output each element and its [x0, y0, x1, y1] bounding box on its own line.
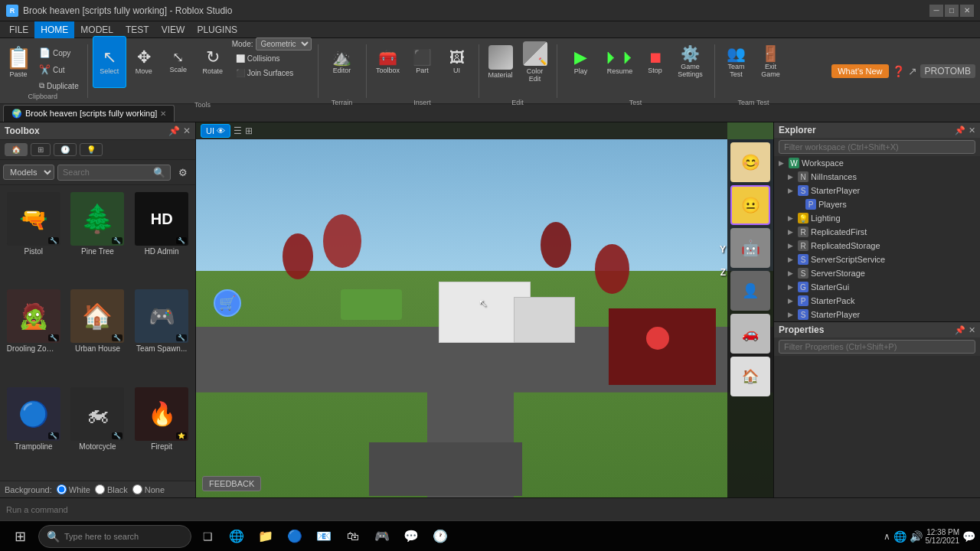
taskbar-explorer[interactable]: 📁	[253, 523, 279, 549]
tree-arrow[interactable]: ▶	[788, 269, 795, 277]
asset-pine-tree[interactable]: 🌲 🔧 Pine Tree	[67, 188, 129, 282]
category-dropdown[interactable]: Models Decals Audio Plugins	[3, 165, 54, 180]
asset-firepit[interactable]: 🔥 ⭐ Firepit	[131, 383, 192, 478]
asset-motorcycle[interactable]: 🏍 🔧 Motorcycle	[67, 383, 129, 478]
tree-server-storage[interactable]: ▶ S ServerStorage	[774, 266, 980, 280]
share-icon[interactable]: ↗	[908, 65, 917, 77]
taskbar-mail[interactable]: 📧	[311, 523, 337, 549]
search-input[interactable]	[63, 168, 153, 177]
tree-arrow[interactable]: ▶	[788, 311, 795, 318]
tree-players[interactable]: P Players	[774, 197, 980, 211]
viewport-icon1[interactable]: ☰	[234, 126, 242, 136]
tree-server-script[interactable]: ▶ S ServerScriptService	[774, 253, 980, 266]
toolbox-tab-grid[interactable]: ⊞	[31, 143, 51, 156]
close-button[interactable]: ✕	[960, 5, 974, 17]
asset-trampoline[interactable]: 🔵 🔧 Trampoline	[3, 383, 64, 478]
asset-pistol[interactable]: 🔫 🔧 Pistol	[3, 188, 64, 282]
material-button[interactable]: Material	[484, 36, 518, 88]
bg-white-option[interactable]: White	[57, 484, 90, 494]
scale-button[interactable]: ⤡ Scale	[162, 36, 195, 88]
toolbox-close-icon[interactable]: ✕	[183, 126, 191, 136]
tree-arrow[interactable]: ▶	[788, 297, 795, 305]
command-input[interactable]	[6, 505, 974, 514]
taskbar-clock-app[interactable]: 🕐	[427, 523, 453, 549]
menu-home[interactable]: HOME	[34, 21, 74, 38]
properties-filter-input[interactable]	[779, 340, 975, 354]
tree-replicated-first[interactable]: ▶ R ReplicatedFirst	[774, 225, 980, 239]
menu-file[interactable]: FILE	[3, 21, 34, 38]
tree-lighting[interactable]: ▶ 💡 Lighting	[774, 211, 980, 225]
taskbar-edge[interactable]: 🌐	[224, 523, 250, 549]
tree-starter-pack[interactable]: ▶ P StarterPack	[774, 294, 980, 308]
asset-urban-house[interactable]: 🏠 🔧 Urban House	[67, 285, 129, 380]
resume-button[interactable]: ⏵⏵ Resume	[601, 36, 639, 88]
protomb-button[interactable]: PROTOMB	[920, 64, 975, 78]
avatar-1[interactable]: 😊	[730, 142, 770, 182]
properties-pin-icon[interactable]: 📌	[955, 325, 965, 335]
asset-team-spawn[interactable]: 🎮 🔧 Team Spawn...	[131, 285, 192, 380]
avatar-5[interactable]: 🚗	[730, 314, 770, 354]
rotate-button[interactable]: ↻ Rotate	[196, 36, 230, 88]
avatar-6[interactable]: 🏠	[730, 357, 770, 396]
asset-hd-admin[interactable]: HD 🔧 HD Admin	[131, 188, 192, 282]
mode-select[interactable]: Geometric	[256, 37, 312, 51]
asset-zombie[interactable]: 🧟 🔧 Drooling Zombie...	[3, 285, 64, 380]
game-settings-button[interactable]: ⚙️ Game Settings	[671, 36, 710, 88]
tree-arrow[interactable]: ▶	[788, 214, 795, 222]
taskbar-store[interactable]: 🛍	[340, 523, 366, 549]
play-button[interactable]: ▶ Play	[562, 36, 600, 88]
avatar-3[interactable]: 🤖	[730, 228, 770, 268]
minimize-button[interactable]: ─	[929, 5, 943, 17]
properties-close-icon[interactable]: ✕	[969, 325, 975, 335]
tree-replicated-storage[interactable]: ▶ R ReplicatedStorage	[774, 239, 980, 253]
bg-black-option[interactable]: Black	[95, 484, 128, 494]
join-surfaces-button[interactable]: ⬛ Join Surfaces	[232, 67, 312, 80]
editor-button[interactable]: ⛰️ Editor	[323, 36, 361, 88]
search-bar[interactable]: 🔍	[57, 165, 171, 181]
toolbox-button[interactable]: 🧰 Toolbox	[371, 36, 405, 88]
team-test-button[interactable]: 👥 Team Test	[720, 36, 753, 88]
toolbox-tab-recent[interactable]: 🕐	[54, 143, 77, 156]
explorer-filter-input[interactable]	[779, 140, 975, 154]
toolbox-pin-icon[interactable]: 📌	[168, 126, 180, 136]
bg-none-option[interactable]: None	[132, 484, 165, 494]
avatar-4[interactable]: 👤	[730, 271, 770, 311]
tree-arrow[interactable]: ▶	[788, 173, 795, 181]
exit-game-button[interactable]: 🚪 Exit Game	[754, 36, 788, 88]
ui-toggle-button[interactable]: UI 👁	[201, 124, 230, 138]
viewport-icon2[interactable]: ⊞	[245, 126, 253, 136]
tree-arrow[interactable]: ▶	[788, 228, 795, 236]
maximize-button[interactable]: □	[945, 5, 959, 17]
paste-button[interactable]: 📋 Paste	[3, 42, 34, 80]
tree-starter-player-2[interactable]: ▶ S StarterPlayer	[774, 308, 980, 321]
titlebar-controls[interactable]: ─ □ ✕	[929, 5, 974, 17]
tree-arrow[interactable]: ▶	[779, 159, 786, 167]
feedback-button[interactable]: FEEDBACK	[202, 476, 261, 491]
main-tab[interactable]: 🌍 Brook heaven [scripts fully working] ✕	[3, 105, 175, 122]
taskbar-browser[interactable]: 🔵	[282, 523, 308, 549]
tree-arrow[interactable]: ▶	[788, 283, 795, 291]
tree-starter-gui[interactable]: ▶ G StarterGui	[774, 280, 980, 294]
tree-nil-instances[interactable]: ▶ N NilInstances	[774, 170, 980, 184]
network-icon[interactable]: 🌐	[893, 530, 906, 543]
tree-workspace[interactable]: ▶ W Workspace	[774, 156, 980, 170]
color-edit-button[interactable]: ✏️ Color Edit	[518, 36, 552, 88]
start-button[interactable]: ⊞	[5, 523, 35, 549]
explorer-pin-icon[interactable]: 📌	[955, 126, 965, 135]
notification-icon[interactable]: 💬	[962, 530, 975, 543]
copy-button[interactable]: 📄 Copy	[35, 45, 83, 60]
tree-arrow[interactable]: ▶	[788, 187, 795, 194]
move-button[interactable]: ✥ Move	[127, 36, 161, 88]
tree-arrow[interactable]: ▶	[788, 256, 795, 263]
toolbox-tab-bulb[interactable]: 💡	[80, 143, 103, 156]
cut-button[interactable]: ✂️ Cut	[35, 62, 83, 77]
select-button[interactable]: ↖ Select	[93, 36, 126, 88]
taskbar-roblox[interactable]: 🎮	[369, 523, 395, 549]
viewport[interactable]: UI 👁 ☰ ⊞	[196, 122, 773, 497]
help-icon[interactable]: ❓	[892, 65, 905, 77]
filter-icon[interactable]: ⚙	[174, 163, 192, 181]
taskbar-task-view[interactable]: ❑	[194, 523, 220, 549]
toolbox-tab-home[interactable]: 🏠	[5, 143, 28, 156]
whats-new-button[interactable]: What's New	[831, 64, 888, 78]
explorer-close-icon[interactable]: ✕	[969, 126, 975, 135]
